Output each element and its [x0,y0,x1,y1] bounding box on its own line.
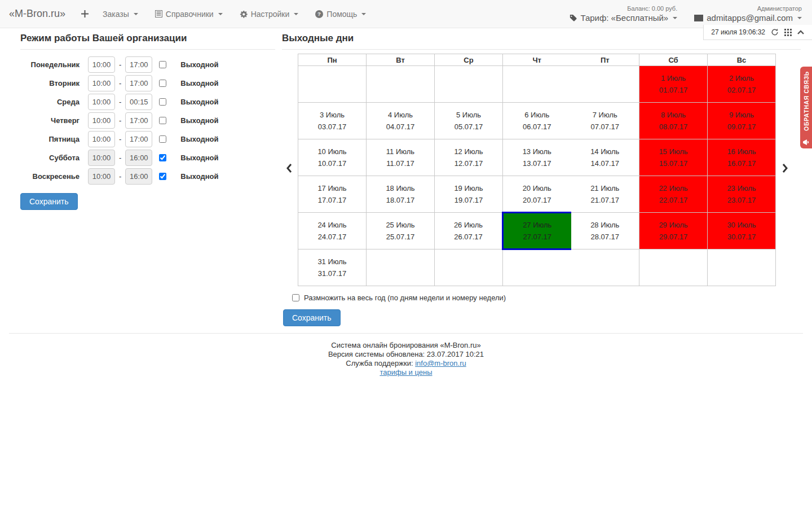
nav-orders[interactable]: Заказы [94,0,147,28]
day-label: 20 Июль [503,182,571,194]
grid-icon[interactable] [784,29,792,36]
time-separator: - [119,60,121,69]
nav-settings[interactable]: Настройки [231,0,307,28]
day-date: 18.07.17 [367,194,434,206]
day-date: 07.07.17 [571,121,639,133]
time-from-input[interactable] [88,131,115,147]
day-date: 22.07.17 [639,194,707,206]
dayoff-checkbox[interactable] [159,173,166,180]
add-order-button[interactable] [81,10,89,17]
dayoff-label: Выходной [180,154,218,162]
calendar-day-cell[interactable]: 25 Июль25.07.17 [367,213,435,249]
next-month-button[interactable] [780,163,789,174]
day-label: 9 Июль [708,109,775,121]
day-label: 19 Июль [435,182,502,194]
calendar-day-cell[interactable]: 14 Июль14.07.17 [571,139,639,176]
calendar-day-cell[interactable]: 10 Июль10.07.17 [298,139,367,176]
holidays-save-button[interactable]: Сохранить [283,309,341,326]
day-date: 28.07.17 [571,231,639,243]
calendar-day-cell[interactable]: 30 Июль30.07.17 [708,213,776,249]
gear-icon [240,10,248,18]
nav-help[interactable]: ? Помощь [307,0,374,28]
dayoff-checkbox[interactable] [159,80,166,87]
day-date: 21.07.17 [571,194,639,206]
calendar-day-cell[interactable]: 12 Июль12.07.17 [435,139,503,176]
dayoff-checkbox[interactable] [159,117,166,124]
calendar-week-row: 1 Июль01.07.172 Июль02.07.17 [298,66,776,103]
time-to-input[interactable] [125,131,152,147]
account-dropdown[interactable]: admitapps@gmail.com [694,13,802,23]
calendar-day-cell[interactable]: 15 Июль15.07.17 [639,139,708,176]
collapse-panel-icon[interactable] [797,30,804,34]
feedback-tab[interactable]: ОБРАТНАЯ СВЯЗЬ [800,67,812,148]
dayoff-checkbox[interactable] [159,135,166,143]
calendar-day-cell[interactable]: 31 Июль31.07.17 [298,249,367,286]
calendar-day-cell[interactable]: 9 Июль09.07.17 [708,103,776,139]
prev-month-button[interactable] [285,163,294,174]
support-email-link[interactable]: info@m-bron.ru [415,359,466,367]
calendar-day-cell[interactable]: 29 Июль29.07.17 [639,213,708,249]
dayoff-checkbox[interactable] [159,61,166,68]
calendar-day-cell[interactable]: 21 Июль21.07.17 [571,176,639,213]
time-to-input[interactable] [125,150,152,166]
schedule-row: Понедельник-Выходной [20,55,275,74]
day-label: 21 Июль [571,182,639,194]
tariff-dropdown[interactable]: Тариф: «Бесплатный» [568,13,677,23]
brand-logo[interactable]: «M-Bron.ru» [0,8,73,20]
nav-directories[interactable]: Справочники [147,0,231,28]
dayoff-checkbox[interactable] [159,98,166,106]
time-to-input[interactable] [125,168,152,185]
schedule-title: Режим работы Вашей организации [20,33,275,50]
time-from-input[interactable] [88,168,115,185]
calendar-day-cell[interactable]: 16 Июль16.07.17 [708,139,776,176]
repeat-year-label: Размножить на весь год (по дням недели и… [304,294,506,302]
calendar-empty-cell [503,66,571,103]
time-separator: - [119,172,121,181]
calendar-header: ПнВтСрЧтПтСбВс [298,54,776,66]
calendar-day-cell[interactable]: 24 Июль24.07.17 [298,213,367,249]
day-date: 05.07.17 [435,121,502,133]
calendar-day-cell[interactable]: 17 Июль17.07.17 [298,176,367,213]
schedule-save-button[interactable]: Сохранить [20,193,78,210]
calendar-day-cell[interactable]: 4 Июль04.07.17 [367,103,435,139]
calendar-selected-day-cell[interactable]: 27 Июль27.07.17 [503,213,571,249]
refresh-icon[interactable] [771,28,779,36]
calendar-day-cell[interactable]: 2 Июль02.07.17 [708,66,776,103]
day-label: 17 Июль [298,182,366,194]
calendar-day-cell[interactable]: 3 Июль03.07.17 [298,103,367,139]
calendar-day-cell[interactable]: 1 Июль01.07.17 [639,66,708,103]
time-from-input[interactable] [88,56,115,73]
dayoff-checkbox[interactable] [159,154,166,161]
day-date: 24.07.17 [298,231,366,243]
day-date: 20.07.17 [503,194,571,206]
calendar-day-cell[interactable]: 6 Июль06.07.17 [503,103,571,139]
time-from-input[interactable] [88,94,115,110]
calendar-day-cell[interactable]: 28 Июль28.07.17 [571,213,639,249]
time-to-input[interactable] [125,75,152,91]
day-label: 31 Июль [298,256,366,268]
calendar-day-cell[interactable]: 19 Июль19.07.17 [435,176,503,213]
tariffs-link[interactable]: тарифы и цены [379,368,432,376]
repeat-year-checkbox[interactable] [292,294,299,301]
calendar-empty-cell [571,66,639,103]
time-to-input[interactable] [125,56,152,73]
day-label: 1 Июль [639,72,707,84]
time-to-input[interactable] [125,94,152,110]
calendar-day-cell[interactable]: 18 Июль18.07.17 [367,176,435,213]
time-from-input[interactable] [88,112,115,129]
balance-block: Баланс: 0.00 руб. Тариф: «Бесплатный» [568,5,677,23]
calendar-day-cell[interactable]: 22 Июль22.07.17 [639,176,708,213]
time-to-input[interactable] [125,112,152,129]
calendar-day-cell[interactable]: 26 Июль26.07.17 [435,213,503,249]
calendar-day-cell[interactable]: 23 Июль23.07.17 [708,176,776,213]
calendar-day-cell[interactable]: 7 Июль07.07.17 [571,103,639,139]
calendar-day-cell[interactable]: 20 Июль20.07.17 [503,176,571,213]
nav-directories-label: Справочники [166,10,214,19]
day-date: 16.07.17 [708,157,775,169]
time-from-input[interactable] [88,150,115,166]
calendar-day-cell[interactable]: 8 Июль08.07.17 [639,103,708,139]
calendar-day-cell[interactable]: 5 Июль05.07.17 [435,103,503,139]
calendar-day-cell[interactable]: 11 Июль11.07.17 [367,139,435,176]
calendar-day-cell[interactable]: 13 Июль13.07.17 [503,139,571,176]
time-from-input[interactable] [88,75,115,91]
